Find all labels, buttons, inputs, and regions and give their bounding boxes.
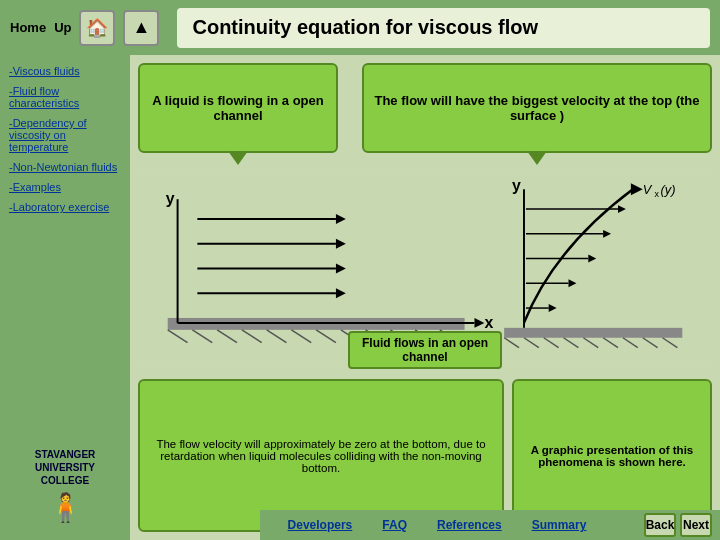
home-button[interactable]: 🏠 [79,10,115,46]
sidebar: -Viscous fluids -Fluid flow characterist… [0,55,130,540]
sidebar-item-examples[interactable]: -Examples [6,179,124,195]
footer-nav-buttons: Back Next [644,513,712,537]
page-title-bar: Continuity equation for viscous flow [177,8,710,48]
footer-link-faq[interactable]: FAQ [382,518,407,532]
sidebar-item-non-newtonian[interactable]: -Non-Newtonian fluids [6,159,124,175]
footer-link-references[interactable]: References [437,518,502,532]
footer-link-summary[interactable]: Summary [532,518,587,532]
svg-text:y: y [166,190,175,207]
svg-text:(y): (y) [661,182,676,197]
content-area: A liquid is flowing in a open channel Th… [130,55,720,540]
footer-links: Developers FAQ References Summary [260,518,614,532]
sidebar-item-laboratory[interactable]: -Laboratory exercise [6,199,124,215]
svg-text:x: x [655,189,660,199]
logo-figure: 🧍 [6,491,124,524]
page-title: Continuity equation for viscous flow [192,16,538,39]
callout-right: The flow will have the biggest velocity … [362,63,712,153]
svg-text:y: y [512,177,521,194]
up-button[interactable]: ▲ [123,10,159,46]
next-button[interactable]: Next [680,513,712,537]
main-layout: -Viscous fluids -Fluid flow characterist… [0,55,720,540]
svg-rect-1 [168,318,465,330]
top-callouts: A liquid is flowing in a open channel Th… [138,63,712,153]
diagram-caption: Fluid flows in an open channel [348,331,502,369]
footer-link-developers[interactable]: Developers [288,518,353,532]
logo-text: STAVANGER UNIVERSITY COLLEGE [6,448,124,487]
sidebar-item-fluid-flow[interactable]: -Fluid flow characteristics [6,83,124,111]
up-label: Up [54,20,71,35]
home-label: Home [10,20,46,35]
diagram-wrapper: y x y [138,161,712,371]
callout-left: A liquid is flowing in a open channel [138,63,338,153]
footer: Developers FAQ References Summary Back N… [260,510,720,540]
logo-area: STAVANGER UNIVERSITY COLLEGE 🧍 [6,440,124,532]
top-bar: Home Up 🏠 ▲ Continuity equation for visc… [0,0,720,55]
svg-text:V: V [643,182,653,197]
svg-text:x: x [484,314,493,331]
back-button[interactable]: Back [644,513,676,537]
sidebar-item-viscosity-temp[interactable]: -Dependency of viscosity on temperature [6,115,124,155]
sidebar-item-viscous-fluids[interactable]: -Viscous fluids [6,63,124,79]
svg-rect-33 [504,328,682,338]
